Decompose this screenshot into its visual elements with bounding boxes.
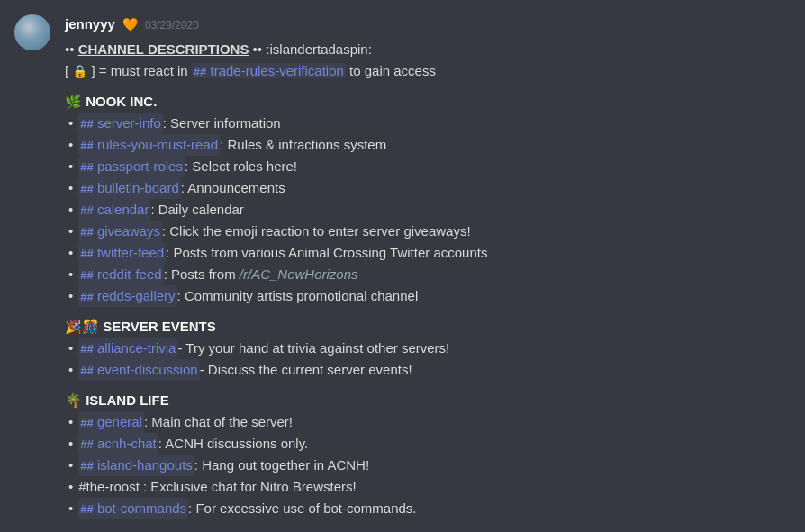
avatar	[14, 14, 50, 50]
user-badge: 🧡	[122, 15, 138, 34]
channel-giveaways[interactable]: ## giveaways	[78, 221, 162, 242]
events-emoji: 🎉🎊	[65, 319, 103, 334]
list-item: •## giveaways : Click the emoji reaction…	[68, 221, 791, 242]
channel-general[interactable]: ## general	[78, 411, 144, 433]
header-title: CHANNEL DESCRIPTIONS	[78, 41, 249, 57]
list-item: •## calendar : Daily calendar	[68, 199, 791, 221]
message-content: jennyyy 🧡 03/29/2020 •• CHANNEL DESCRIPT…	[65, 14, 791, 521]
channel-bot-commands[interactable]: ## bot-commands	[78, 498, 188, 519]
header-island-emoji: :islandertadaspin:	[266, 41, 372, 57]
section-island-life: 🌴 ISLAND LIFE •## general : Main chat of…	[65, 390, 791, 519]
island-emoji: 🌴	[65, 392, 86, 408]
header-bullets: ••	[65, 41, 75, 57]
section-island-title: 🌴 ISLAND LIFE	[65, 390, 791, 411]
list-item: •## passport-roles : Select roles here!	[68, 156, 791, 177]
channel-desc-header: •• CHANNEL DESCRIPTIONS •• :islandertada…	[65, 39, 791, 60]
list-item: •## redds-gallery : Community artists pr…	[68, 285, 791, 307]
list-item: •## twitter-feed : Posts from various An…	[68, 242, 791, 264]
channel-acnh-chat[interactable]: ## acnh-chat	[78, 433, 158, 455]
channel-the-roost-plain: #the-roost : Exclusive chat for Nitro Br…	[78, 476, 356, 498]
lock-channel-link[interactable]: ## trade-rules-verification	[192, 63, 346, 78]
timestamp: 03/29/2020	[145, 17, 199, 33]
channel-server-info[interactable]: ## server-info	[78, 113, 163, 134]
channel-alliance-trivia[interactable]: ## alliance-trivia	[78, 338, 177, 359]
list-item: •## event-discussion - Discuss the curre…	[68, 359, 791, 381]
list-item: •## rules-you-must-read : Rules & infrac…	[68, 134, 791, 156]
list-item: •## island-hangouts : Hang out together …	[68, 455, 791, 476]
message-body: •• CHANNEL DESCRIPTIONS •• :islandertada…	[65, 39, 791, 519]
lock-icon: 🔒	[72, 64, 87, 78]
channel-calendar[interactable]: ## calendar	[78, 199, 150, 221]
channel-twitter-feed[interactable]: ## twitter-feed	[78, 242, 166, 264]
lock-bracket-close: ]	[87, 63, 95, 78]
list-item: •#the-roost : Exclusive chat for Nitro B…	[68, 476, 791, 498]
username: jennyyy	[65, 14, 115, 35]
island-channel-list: •## general : Main chat of the server! •…	[68, 411, 791, 519]
list-item: •## bulletin-board : Announcements	[68, 177, 791, 199]
list-item: •## alliance-trivia - Try your hand at t…	[68, 338, 791, 359]
channel-rules[interactable]: ## rules-you-must-read	[78, 134, 220, 156]
list-item: •## general : Main chat of the server!	[68, 411, 791, 433]
section-events-title: 🎉🎊 SERVER EVENTS	[65, 316, 791, 338]
message: jennyyy 🧡 03/29/2020 •• CHANNEL DESCRIPT…	[0, 0, 805, 528]
channel-redds-gallery[interactable]: ## redds-gallery	[78, 285, 176, 307]
lock-line: [ 🔒 ] = must react in ## trade-rules-ver…	[65, 60, 791, 82]
list-item: •## reddit-feed : Posts from /r/AC_NewHo…	[68, 264, 791, 285]
channel-bulletin-board[interactable]: ## bulletin-board	[78, 177, 181, 199]
message-header: jennyyy 🧡 03/29/2020	[65, 14, 791, 35]
channel-island-hangouts[interactable]: ## island-hangouts	[78, 455, 194, 476]
channel-event-discussion[interactable]: ## event-discussion	[78, 359, 199, 381]
section-nook-inc: 🌿 NOOK INC. •## server-info : Server inf…	[65, 91, 791, 307]
list-item: •## server-info : Server information	[68, 113, 791, 134]
header-bullets-2: ••	[253, 41, 263, 57]
channel-reddit-feed[interactable]: ## reddit-feed	[78, 264, 163, 285]
list-item: •## acnh-chat : ACNH discussions only.	[68, 433, 791, 455]
lock-desc2: to gain access	[349, 63, 436, 78]
lock-desc: = must react in	[99, 63, 192, 78]
nook-channel-list: •## server-info : Server information •##…	[68, 113, 791, 307]
nook-emoji: 🌿	[65, 94, 86, 109]
channel-passport-roles[interactable]: ## passport-roles	[78, 156, 185, 177]
events-channel-list: •## alliance-trivia - Try your hand at t…	[68, 338, 791, 381]
section-server-events: 🎉🎊 SERVER EVENTS •## alliance-trivia - T…	[65, 316, 791, 381]
section-nook-title: 🌿 NOOK INC.	[65, 91, 791, 113]
list-item: •## bot-commands : For excessive use of …	[68, 498, 791, 519]
